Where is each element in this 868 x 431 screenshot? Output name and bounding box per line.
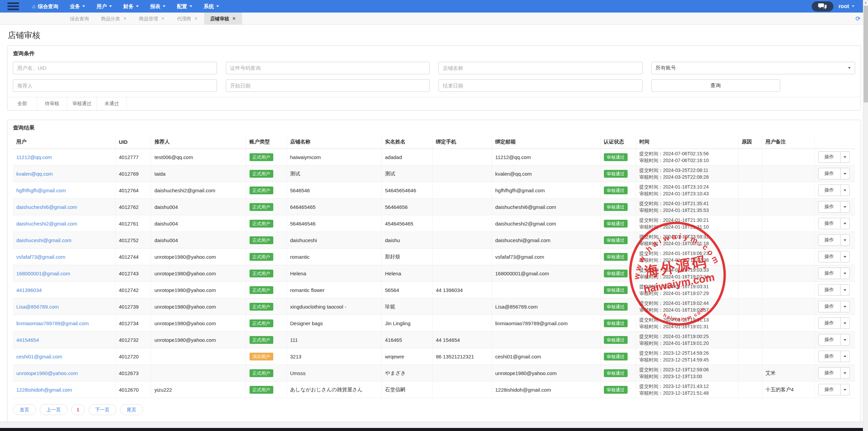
action-button[interactable]: 操作 (818, 168, 841, 179)
account-type-select[interactable]: 所有账号 (651, 62, 855, 74)
action-button[interactable]: 操作 (818, 201, 841, 213)
action-button[interactable]: 操作 (818, 284, 841, 296)
account-type-cell: 正式用户 (246, 365, 287, 381)
page-button-page-1[interactable]: 1 (71, 404, 85, 415)
user-cell: unrotope1980@yahoo.com (13, 365, 115, 381)
chat-button[interactable] (812, 1, 833, 12)
tab-goods-manage[interactable]: 商品管理✕ (133, 13, 171, 24)
action-cell: 操作 (814, 182, 855, 199)
page-button-prev[interactable]: 上一页 (40, 404, 67, 415)
action-button[interactable]: 操作 (818, 301, 841, 312)
time-cell: 提交时间：2024-01-16T19:06:23 审核时间：2024-01-16… (636, 249, 738, 265)
user-link[interactable]: 11212@qq.com (16, 154, 52, 160)
user-link[interactable]: 1228ishidoh@gmail.com (16, 387, 72, 393)
tab-goods-category[interactable]: 商品分类✕ (95, 13, 133, 24)
action-button[interactable]: 操作 (818, 384, 841, 395)
cert-number-input[interactable] (226, 62, 430, 74)
tab-query[interactable]: 综合查询 (64, 13, 95, 24)
action-button[interactable]: 操作 (818, 234, 841, 246)
user-link[interactable]: daishuceshi@gmail.com (16, 237, 72, 243)
action-dropdown-button[interactable] (841, 351, 850, 362)
tab-agent[interactable]: 代理商✕ (171, 13, 204, 24)
user-link[interactable]: hgfhfhgfh@gmail.com (16, 188, 66, 193)
nav-item-query[interactable]: ⌂综合查询 (26, 0, 64, 13)
tab-close-icon[interactable]: ✕ (123, 16, 127, 21)
user-link[interactable]: vsfafaf73@gmail.com (16, 254, 65, 260)
start-date-input[interactable] (226, 79, 430, 92)
status-tab-pending[interactable]: 待审核 (37, 97, 67, 110)
tab-close-icon[interactable]: ✕ (232, 16, 236, 21)
page-button-last[interactable]: 尾页 (120, 404, 143, 415)
nav-item-business[interactable]: 业务 (64, 0, 91, 13)
action-dropdown-button[interactable] (841, 284, 850, 296)
username-uid-input[interactable] (13, 62, 217, 74)
action-dropdown-button[interactable] (841, 151, 850, 163)
action-dropdown-button[interactable] (841, 367, 850, 379)
tab-close-icon[interactable]: ✕ (194, 16, 198, 21)
user-link[interactable]: daishucheshi2@gmail.com (16, 221, 77, 227)
action-button[interactable]: 操作 (818, 184, 841, 196)
nav-item-user[interactable]: 用户 (91, 0, 118, 13)
nav-item-system[interactable]: 系统 (198, 0, 225, 13)
action-button[interactable]: 操作 (818, 334, 841, 346)
page-button-first[interactable]: 首页 (13, 404, 36, 415)
account-type-cell: 正式用户 (246, 165, 287, 182)
page-button-next[interactable]: 下一页 (88, 404, 116, 415)
refresh-icon[interactable]: ⟳ (855, 13, 861, 24)
user-link[interactable]: 441396034 (16, 287, 42, 293)
action-dropdown-button[interactable] (841, 218, 850, 229)
scrollbar[interactable]: ▲ (863, 0, 868, 431)
user-link[interactable]: daishucheshi6@gmail.com (16, 204, 77, 210)
user-link[interactable]: Lisa@856789.com (16, 304, 59, 310)
submit-time: 提交时间：2024-01-16T19:06:23 (639, 250, 735, 257)
table-row: ceshi01@gmail.com 4012720 演示用户 3213 wrqe… (13, 348, 855, 365)
action-dropdown-button[interactable] (841, 301, 850, 312)
user-cell: kvalen@qq.com (13, 165, 115, 182)
user-link[interactable]: linmiaomiao789789@gmail.com (16, 320, 89, 326)
action-button[interactable]: 操作 (818, 268, 841, 279)
action-dropdown-button[interactable] (841, 234, 850, 246)
shop-name-input[interactable] (438, 62, 643, 74)
hamburger-menu-button[interactable] (0, 0, 26, 13)
action-button[interactable]: 操作 (818, 367, 841, 379)
action-dropdown-button[interactable] (841, 251, 850, 262)
status-tab-all[interactable]: 全部 (7, 97, 37, 110)
tab-shop-review[interactable]: 店铺审核✕ (204, 13, 242, 24)
status-tab-rejected[interactable]: 未通过 (97, 97, 127, 110)
action-button[interactable]: 操作 (818, 317, 841, 329)
action-dropdown-button[interactable] (841, 384, 850, 395)
nav-item-config[interactable]: 配置 (171, 0, 198, 13)
phone-cell (432, 249, 492, 265)
referrer-cell: unrotope1980@yahoo.com (151, 265, 246, 282)
action-dropdown-button[interactable] (841, 334, 850, 346)
action-dropdown-button[interactable] (841, 317, 850, 329)
real-name-cell: 珍妮 (381, 298, 432, 315)
user-link[interactable]: kvalen@qq.com (16, 171, 53, 177)
action-dropdown-button[interactable] (841, 168, 850, 179)
end-date-input[interactable] (438, 79, 643, 92)
action-dropdown-button[interactable] (841, 201, 850, 213)
user-link[interactable]: 44154654 (16, 337, 39, 343)
phone-cell (432, 199, 492, 215)
search-button[interactable]: 查询 (651, 79, 780, 92)
status-tab-approved[interactable]: 审核通过 (67, 97, 97, 110)
status-badge: 审核通过 (604, 336, 628, 344)
tab-close-icon[interactable]: ✕ (161, 16, 165, 21)
action-button[interactable]: 操作 (818, 251, 841, 262)
account-type-badge: 正式用户 (250, 220, 273, 228)
scrollbar-up-arrow[interactable]: ▲ (863, 0, 868, 5)
user-menu[interactable]: root (839, 3, 854, 9)
action-button[interactable]: 操作 (818, 218, 841, 229)
action-button[interactable]: 操作 (818, 351, 841, 362)
action-dropdown-button[interactable] (841, 184, 850, 196)
reason-cell (738, 298, 762, 315)
scrollbar-thumb[interactable] (864, 6, 868, 102)
user-link[interactable]: 168000001@gmail.com (16, 271, 70, 276)
action-dropdown-button[interactable] (841, 268, 850, 279)
nav-item-report[interactable]: 报表 (144, 0, 171, 13)
action-button[interactable]: 操作 (818, 151, 841, 163)
referrer-input[interactable] (13, 79, 217, 92)
user-link[interactable]: unrotope1980@yahoo.com (16, 370, 78, 376)
user-link[interactable]: ceshi01@gmail.com (16, 354, 62, 359)
nav-item-finance[interactable]: 财务 (118, 0, 144, 13)
